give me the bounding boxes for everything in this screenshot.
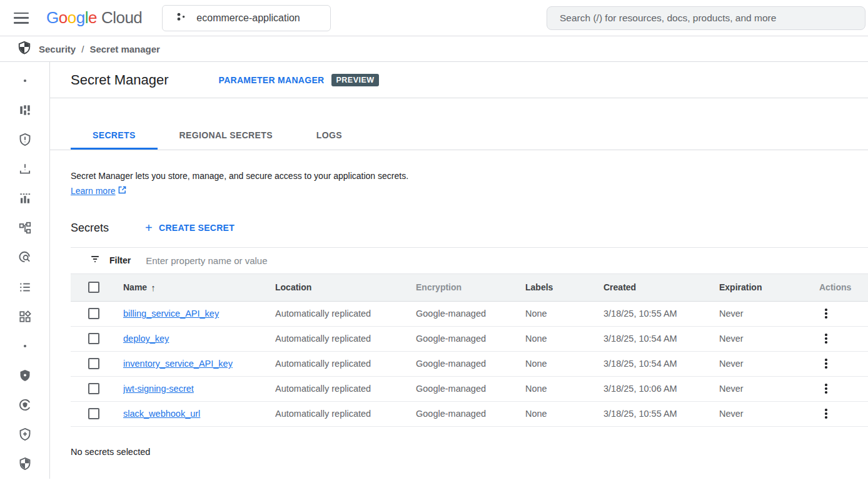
created-cell: 3/18/25, 10:54 AM: [603, 359, 719, 369]
location-cell: Automatically replicated: [275, 359, 416, 369]
shield-alert-icon[interactable]: [0, 125, 49, 154]
top-app-bar: Google Cloud ecommerce-application: [0, 0, 868, 36]
project-selector[interactable]: ecommerce-application: [162, 5, 331, 31]
secrets-table: Filter Name ↑ Location Encryption Labels…: [71, 247, 868, 427]
expiration-cell: Never: [719, 359, 813, 369]
row-actions-menu-icon[interactable]: [822, 356, 830, 371]
secrets-section-title: Secrets: [71, 222, 109, 235]
labels-cell: None: [525, 359, 603, 369]
shield-half-icon[interactable]: [0, 449, 49, 479]
breadcrumb-section[interactable]: Security: [39, 44, 76, 54]
expiration-cell: Never: [719, 334, 813, 344]
plus-icon: +: [145, 222, 153, 234]
tab-regional-secrets[interactable]: REGIONAL SECRETS: [158, 121, 295, 150]
column-header-labels[interactable]: Labels: [525, 282, 603, 292]
dot-indicator-icon[interactable]: [0, 66, 49, 95]
page-title: Secret Manager: [71, 72, 169, 88]
learn-more-link[interactable]: Learn more: [71, 186, 126, 196]
title-divider: [50, 98, 868, 98]
google-cloud-logo: Google Cloud: [46, 8, 142, 28]
external-link-icon: [118, 186, 126, 196]
table-row: deploy_key Automatically replicated Goog…: [71, 327, 868, 352]
secret-name-link[interactable]: inventory_service_API_key: [123, 359, 233, 369]
encryption-cell: Google-managed: [416, 334, 525, 344]
list-icon[interactable]: [0, 272, 49, 302]
column-header-created[interactable]: Created: [603, 282, 719, 292]
filter-icon: [89, 253, 101, 267]
project-icon: [175, 11, 188, 26]
page-description: Secret Manager lets you store, manage, a…: [71, 170, 868, 183]
hierarchy-icon[interactable]: [0, 213, 49, 243]
created-cell: 3/18/25, 10:06 AM: [603, 384, 719, 394]
tab-bar: SECRETS REGIONAL SECRETS LOGS: [50, 121, 868, 150]
secret-name-link[interactable]: deploy_key: [123, 334, 169, 344]
expiration-cell: Never: [719, 384, 813, 394]
secret-name-link[interactable]: slack_webhook_url: [123, 409, 200, 419]
column-header-name[interactable]: Name ↑: [123, 282, 275, 293]
secret-name-link[interactable]: jwt-signing-secret: [123, 384, 194, 394]
table-body: billing_service_API_key Automatically re…: [71, 302, 868, 427]
column-header-actions: Actions: [813, 282, 868, 292]
left-nav-rail: [0, 62, 50, 479]
row-actions-menu-icon[interactable]: [822, 306, 830, 321]
breadcrumb-page: Secret manager: [89, 44, 160, 54]
row-checkbox[interactable]: [88, 408, 99, 419]
tab-secrets[interactable]: SECRETS: [71, 121, 158, 150]
inbox-alert-icon[interactable]: [0, 154, 49, 183]
tab-logs[interactable]: LOGS: [295, 121, 364, 150]
encryption-cell: Google-managed: [416, 384, 525, 394]
table-header: Name ↑ Location Encryption Labels Create…: [71, 274, 868, 302]
row-actions-menu-icon[interactable]: [822, 381, 830, 396]
table-row: slack_webhook_url Automatically replicat…: [71, 402, 868, 427]
shapes-icon[interactable]: [0, 302, 49, 331]
breadcrumb: Security / Secret manager: [0, 36, 868, 62]
menu-icon[interactable]: [14, 13, 29, 24]
expiration-cell: Never: [719, 309, 813, 319]
encryption-cell: Google-managed: [416, 309, 525, 319]
created-cell: 3/18/25, 10:55 AM: [603, 309, 719, 319]
overview-icon[interactable]: [0, 95, 49, 125]
row-actions-menu-icon[interactable]: [822, 406, 830, 421]
labels-cell: None: [525, 309, 603, 319]
select-all-checkbox[interactable]: [88, 282, 99, 293]
project-name: ecommerce-application: [196, 13, 300, 24]
table-row: inventory_service_API_key Automatically …: [71, 352, 868, 377]
filter-bar[interactable]: Filter: [71, 248, 868, 274]
expiration-cell: Never: [719, 409, 813, 419]
column-header-encryption[interactable]: Encryption: [416, 282, 525, 292]
row-checkbox[interactable]: [88, 308, 99, 319]
row-checkbox[interactable]: [88, 358, 99, 369]
selection-status: No secrets selected: [71, 447, 868, 457]
filter-input[interactable]: [146, 255, 408, 266]
created-cell: 3/18/25, 10:55 AM: [603, 409, 719, 419]
row-checkbox[interactable]: [88, 383, 99, 394]
table-row: billing_service_API_key Automatically re…: [71, 302, 868, 327]
create-secret-button[interactable]: + CREATE SECRET: [145, 222, 235, 234]
location-cell: Automatically replicated: [275, 334, 416, 344]
column-header-location[interactable]: Location: [275, 282, 416, 292]
chart-icon[interactable]: [0, 184, 49, 213]
shield-plus-icon[interactable]: [0, 420, 49, 449]
global-search[interactable]: [547, 6, 865, 30]
breadcrumb-separator: /: [81, 44, 84, 54]
parameter-manager-link[interactable]: PARAMETER MANAGER: [219, 75, 325, 85]
row-actions-menu-icon[interactable]: [822, 331, 830, 346]
security-shield-icon: [18, 40, 31, 58]
encryption-cell: Google-managed: [416, 359, 525, 369]
dot-indicator-icon[interactable]: [0, 331, 49, 360]
location-cell: Automatically replicated: [275, 384, 416, 394]
main-content: Secret Manager PARAMETER MANAGER PREVIEW…: [50, 62, 868, 479]
created-cell: 3/18/25, 10:54 AM: [603, 334, 719, 344]
compliance-icon[interactable]: [0, 391, 49, 420]
column-header-expiration[interactable]: Expiration: [719, 282, 813, 292]
location-cell: Automatically replicated: [275, 309, 416, 319]
scan-search-icon[interactable]: [0, 243, 49, 272]
labels-cell: None: [525, 334, 603, 344]
search-input[interactable]: [560, 13, 852, 24]
row-checkbox[interactable]: [88, 333, 99, 344]
table-row: jwt-signing-secret Automatically replica…: [71, 377, 868, 402]
shield-dot-icon[interactable]: [0, 360, 49, 390]
secret-name-link[interactable]: billing_service_API_key: [123, 309, 219, 319]
labels-cell: None: [525, 409, 603, 419]
preview-badge: PREVIEW: [331, 74, 378, 86]
